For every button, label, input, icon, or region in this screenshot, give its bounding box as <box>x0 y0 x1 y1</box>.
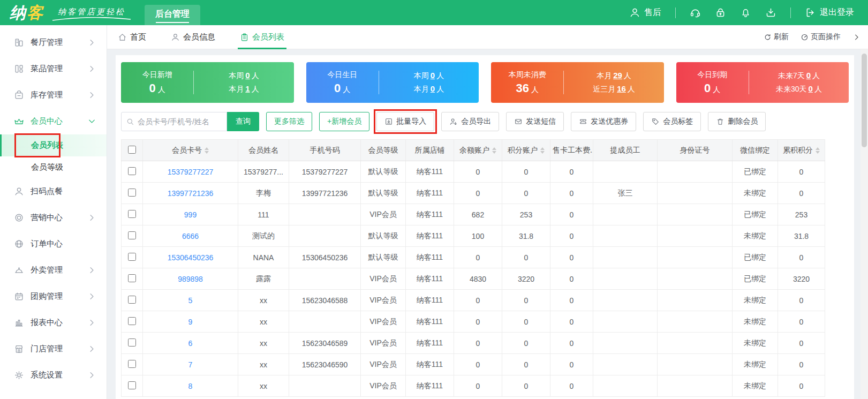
home-icon <box>118 33 127 42</box>
row-checkbox[interactable] <box>128 317 136 325</box>
tab-member-info[interactable]: 会员信息 <box>169 25 217 49</box>
table-cell: 999 <box>143 204 238 225</box>
member-card-link[interactable]: 6 <box>188 339 193 348</box>
page-action-button[interactable]: 页面操作 <box>801 32 841 42</box>
member-card-link[interactable]: 999 <box>184 210 197 219</box>
member-export-button[interactable]: 会员导出 <box>441 112 499 131</box>
table-cell: 0 <box>550 247 593 268</box>
row-checkbox[interactable] <box>128 253 136 261</box>
row-checkbox[interactable] <box>128 274 136 282</box>
sort-arrows-icon[interactable] <box>540 147 545 154</box>
sidebar-item-label: 餐厅管理 <box>31 37 63 48</box>
row-checkbox[interactable] <box>128 167 136 175</box>
member-card-link[interactable]: 6666 <box>182 232 199 240</box>
sidebar-item-groupbuy-management[interactable]: 团购管理 <box>0 283 107 310</box>
after-sales-button[interactable]: 售后 <box>629 7 661 18</box>
bell-icon[interactable] <box>740 7 751 18</box>
sidebar-item-inventory-management[interactable]: 库存管理 <box>0 82 107 108</box>
column-header-inner: 会员姓名 <box>248 146 278 155</box>
chevron-right-icon <box>87 213 97 223</box>
batch-import-button[interactable]: 批量导入 <box>376 112 434 131</box>
sidebar-item-dish-management[interactable]: 菜品管理 <box>0 56 107 82</box>
sidebar-subitem-member-level[interactable]: 会员等级 <box>0 156 107 178</box>
table-cell: 111 <box>238 204 289 225</box>
sort-arrows-icon[interactable] <box>205 147 209 154</box>
table-cell: 已绑定 <box>733 161 778 183</box>
sort-arrows-icon[interactable] <box>492 147 496 154</box>
sidebar-subitem-member-list[interactable]: 会员列表 <box>0 134 107 156</box>
scrollbar-thumb[interactable] <box>862 54 867 147</box>
stat-card-today-expire: 今日到期0人未来7天0人未来30天0人 <box>676 62 849 103</box>
column-label: 所属店铺 <box>415 146 445 155</box>
member-tag-button[interactable]: 会员标签 <box>643 112 701 131</box>
table-cell: 0 <box>778 247 825 268</box>
column-header: 所属店铺 <box>406 140 454 161</box>
add-member-button[interactable]: +新增会员 <box>319 112 369 131</box>
member-card-link[interactable]: 15306450236 <box>168 253 214 262</box>
delete-member-button[interactable]: 删除会员 <box>708 112 766 131</box>
column-header-inner: 会员卡号 <box>172 146 209 155</box>
vertical-scrollbar[interactable] <box>861 49 868 399</box>
sidebar-item-scan-order[interactable]: 扫码点餐 <box>0 178 107 205</box>
more-filter-button[interactable]: 更多筛选 <box>266 112 312 131</box>
column-label: 余额账户 <box>459 146 489 155</box>
chevron-right-icon[interactable] <box>852 33 861 41</box>
sidebar-item-system-settings[interactable]: 系统设置 <box>0 362 107 388</box>
row-checkbox[interactable] <box>128 231 136 239</box>
member-card-link[interactable]: 9 <box>188 318 193 326</box>
row-checkbox[interactable] <box>128 381 136 389</box>
member-card-link[interactable]: 7 <box>188 360 193 369</box>
table-cell: 0 <box>454 375 502 397</box>
row-checkbox[interactable] <box>128 360 136 368</box>
download-icon[interactable] <box>765 7 776 18</box>
row-checkbox[interactable] <box>128 189 136 197</box>
member-card-link[interactable]: 8 <box>188 382 193 390</box>
table-cell: 0 <box>778 354 825 375</box>
bag-icon <box>14 90 24 100</box>
search-input[interactable] <box>138 117 222 126</box>
lock-icon[interactable] <box>715 7 726 18</box>
row-checkbox[interactable] <box>128 338 136 347</box>
sidebar-item-order-center[interactable]: 订单中心 <box>0 231 107 257</box>
stat-card-detail: 本周0人 <box>229 71 259 81</box>
member-table: 会员卡号会员姓名手机号码会员等级所属店铺余额账户积分账户售卡工本费...提成员工… <box>121 139 825 397</box>
sort-arrows-icon[interactable] <box>816 147 820 154</box>
import-icon <box>384 117 393 126</box>
member-card-link[interactable]: 15379277227 <box>168 168 214 176</box>
select-all-checkbox[interactable] <box>128 146 136 154</box>
sidebar-item-report-center[interactable]: 报表中心 <box>0 310 107 336</box>
table-cell: 0 <box>454 183 502 204</box>
table-cell: 8 <box>143 375 238 397</box>
member-card-link[interactable]: 989898 <box>178 275 203 283</box>
member-card-link[interactable]: 13997721236 <box>168 189 214 198</box>
sidebar-item-store-management[interactable]: 门店管理 <box>0 336 107 362</box>
member-card-link[interactable]: 5 <box>188 296 193 305</box>
sidebar-item-marketing-center[interactable]: 营销中心 <box>0 205 107 231</box>
nav-tab-backend[interactable]: 后台管理 <box>145 5 200 25</box>
table-cell: 0 <box>502 247 550 268</box>
table-row: 15306450236NANA15306450236默认等级纳客111000已绑… <box>122 247 825 268</box>
tab-home[interactable]: 首页 <box>116 25 148 49</box>
send-coupon-button[interactable]: 发送优惠券 <box>571 112 636 131</box>
headset-icon[interactable] <box>690 7 701 18</box>
tab-label: 会员信息 <box>183 32 215 42</box>
sidebar-item-member-center[interactable]: 会员中心 <box>0 108 107 134</box>
refresh-button[interactable]: 刷新 <box>764 32 789 42</box>
table-cell: 未绑定 <box>733 183 778 204</box>
table-cell: 15306450236 <box>289 247 361 268</box>
table-cell: xx <box>238 333 289 354</box>
send-sms-button[interactable]: 发送短信 <box>506 112 564 131</box>
sidebar-item-takeout-management[interactable]: 外卖管理 <box>0 257 107 283</box>
table-cell: 0 <box>454 290 502 311</box>
stat-card-number: 0 <box>704 81 711 95</box>
column-header: 提成员工 <box>593 140 658 161</box>
table-cell: VIP会员 <box>361 290 406 311</box>
sidebar-item-restaurant-management[interactable]: 餐厅管理 <box>0 29 107 56</box>
logout-button[interactable]: 退出登录 <box>805 7 854 18</box>
query-button[interactable]: 查询 <box>227 112 259 131</box>
tab-member-list[interactable]: 会员列表 <box>238 25 286 49</box>
row-checkbox[interactable] <box>128 296 136 304</box>
table-row: 989898露露VIP会员纳客111483032200已绑定3220 <box>122 268 825 290</box>
row-checkbox[interactable] <box>128 210 136 218</box>
table-cell: 已绑定 <box>733 268 778 290</box>
